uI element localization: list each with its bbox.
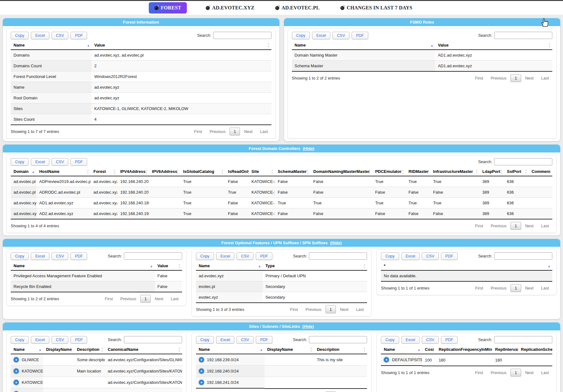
pdf-button[interactable]: PDF — [441, 336, 458, 344]
page-previous-button[interactable]: Previous — [117, 295, 140, 302]
excel-button[interactable]: Excel — [401, 252, 420, 260]
copy-button[interactable]: Copy — [11, 32, 29, 39]
excel-button[interactable]: Excel — [31, 336, 49, 344]
page-current-button[interactable]: 1 — [326, 306, 336, 313]
page-previous-button[interactable]: Previous — [487, 75, 510, 82]
column-header[interactable]: ReplicationFrequencyInMinutes — [436, 345, 493, 354]
copy-button[interactable]: Copy — [292, 32, 310, 39]
pdf-button[interactable]: PDF — [441, 252, 458, 260]
page-last-button[interactable]: Last — [538, 284, 552, 292]
column-header[interactable]: CanonicalName — [105, 345, 182, 354]
column-header[interactable]: IsReadOnly — [225, 168, 249, 176]
page-last-button[interactable]: Last — [353, 306, 367, 313]
page-current-button[interactable]: 1 — [510, 284, 521, 292]
pdf-button[interactable]: PDF — [352, 32, 368, 39]
column-header[interactable]: Name — [11, 345, 43, 354]
column-header[interactable]: Name — [196, 345, 265, 354]
expand-row-icon[interactable] — [199, 380, 204, 385]
expand-row-icon[interactable] — [199, 357, 204, 362]
column-header[interactable]: Site — [249, 168, 275, 176]
column-header[interactable]: IsGlobalCatalog — [180, 168, 225, 176]
search-input[interactable] — [494, 158, 552, 165]
excel-button[interactable]: Excel — [312, 32, 331, 39]
pdf-button[interactable]: PDF — [70, 32, 87, 39]
csv-button[interactable]: CSV — [52, 252, 69, 260]
pdf-button[interactable]: PDF — [256, 252, 272, 260]
hide-link[interactable]: Hide — [304, 324, 313, 329]
excel-button[interactable]: Excel — [216, 336, 235, 344]
page-previous-button[interactable]: Previous — [487, 369, 510, 376]
expand-row-icon[interactable] — [14, 368, 19, 374]
column-header[interactable]: Type — [263, 262, 367, 270]
column-header[interactable]: Value — [92, 41, 271, 50]
search-input[interactable] — [494, 336, 552, 343]
column-header[interactable]: DisplayName — [265, 345, 314, 354]
column-header[interactable]: Name — [11, 41, 92, 50]
page-first-button[interactable]: First — [287, 306, 301, 313]
csv-button[interactable]: CSV — [237, 252, 254, 260]
page-next-button[interactable]: Next — [241, 128, 256, 135]
page-current-button[interactable]: 1 — [230, 128, 240, 135]
column-header[interactable]: Value — [155, 262, 182, 270]
expand-row-icon[interactable] — [199, 368, 204, 374]
excel-button[interactable]: Excel — [401, 336, 420, 344]
column-header[interactable]: IPV4Address — [117, 168, 149, 176]
page-first-button[interactable]: First — [101, 295, 116, 302]
column-header[interactable]: Value — [435, 41, 552, 50]
page-current-button[interactable]: 1 — [510, 74, 521, 82]
expand-row-icon[interactable] — [14, 357, 19, 362]
column-header[interactable]: Domain — [11, 168, 36, 176]
csv-button[interactable]: CSV — [52, 32, 69, 39]
copy-button[interactable]: Copy — [381, 252, 399, 260]
page-first-button[interactable]: First — [191, 128, 205, 135]
csv-button[interactable]: CSV — [422, 252, 439, 260]
column-header[interactable]: Name — [292, 41, 435, 50]
column-header[interactable]: HostName — [36, 168, 91, 176]
copy-button[interactable]: Copy — [381, 336, 399, 344]
copy-button[interactable]: Copy — [11, 158, 29, 166]
tab-ad-evotec-xyz[interactable]: AD.EVOTEC.XYZ — [204, 3, 256, 13]
page-first-button[interactable]: First — [472, 75, 487, 82]
pdf-button[interactable]: PDF — [70, 336, 87, 344]
search-input[interactable] — [309, 336, 367, 343]
column-header[interactable]: Description — [314, 345, 367, 354]
page-previous-button[interactable]: Previous — [487, 222, 510, 229]
column-header[interactable]: Name — [196, 262, 263, 270]
column-header[interactable]: * — [381, 262, 552, 270]
hide-link[interactable]: Hide — [332, 240, 340, 245]
csv-button[interactable]: CSV — [332, 32, 349, 39]
column-header[interactable]: DisplayName — [43, 345, 74, 354]
column-header[interactable]: Name — [11, 262, 155, 270]
page-next-button[interactable]: Next — [522, 369, 537, 376]
page-previous-button[interactable]: Previous — [302, 306, 325, 313]
column-header[interactable]: ReplInterval — [492, 345, 518, 354]
search-input[interactable] — [309, 252, 367, 260]
pdf-button[interactable]: PDF — [70, 252, 87, 260]
tab-changes-last-7-days[interactable]: CHANGES IN LAST 7 DAYS — [338, 3, 414, 13]
csv-button[interactable]: CSV — [237, 336, 254, 344]
page-next-button[interactable]: Next — [522, 284, 537, 292]
column-header[interactable]: RIDMaster — [406, 168, 430, 176]
page-previous-button[interactable]: Previous — [487, 284, 510, 292]
page-last-button[interactable]: Last — [167, 295, 182, 302]
search-input[interactable] — [213, 32, 271, 39]
page-last-button[interactable]: Last — [257, 128, 271, 135]
page-next-button[interactable]: Next — [151, 295, 167, 302]
page-next-button[interactable]: Next — [522, 222, 537, 229]
tab-forest[interactable]: FOREST — [149, 2, 187, 14]
column-header[interactable]: Comment — [529, 168, 552, 176]
column-header[interactable]: PDCEmulator — [372, 168, 406, 176]
search-input[interactable] — [124, 336, 182, 343]
excel-button[interactable]: Excel — [216, 252, 235, 260]
csv-button[interactable]: CSV — [52, 336, 69, 344]
page-previous-button[interactable]: Previous — [206, 128, 229, 135]
page-first-button[interactable]: First — [472, 369, 487, 376]
page-next-button[interactable]: Next — [522, 75, 537, 82]
column-header[interactable]: Description — [74, 345, 105, 354]
tab-ad-evotec-pl[interactable]: AD.EVOTEC.PL — [273, 3, 321, 13]
hide-link[interactable]: Hide — [304, 146, 313, 151]
copy-button[interactable]: Copy — [11, 336, 29, 344]
page-last-button[interactable]: Last — [538, 222, 552, 229]
column-header[interactable]: Forest — [91, 168, 117, 176]
page-current-button[interactable]: 1 — [510, 222, 521, 230]
